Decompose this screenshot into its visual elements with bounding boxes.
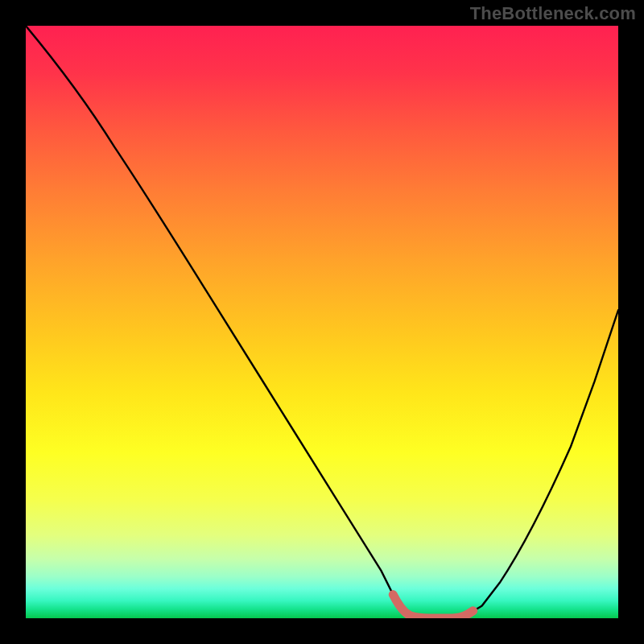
chart-frame: TheBottleneck.com xyxy=(0,0,644,644)
highlight-segment xyxy=(393,595,473,618)
plot-area xyxy=(26,26,618,618)
curve-layer xyxy=(26,26,618,618)
watermark-text: TheBottleneck.com xyxy=(470,3,636,24)
bottleneck-curve xyxy=(26,26,618,618)
